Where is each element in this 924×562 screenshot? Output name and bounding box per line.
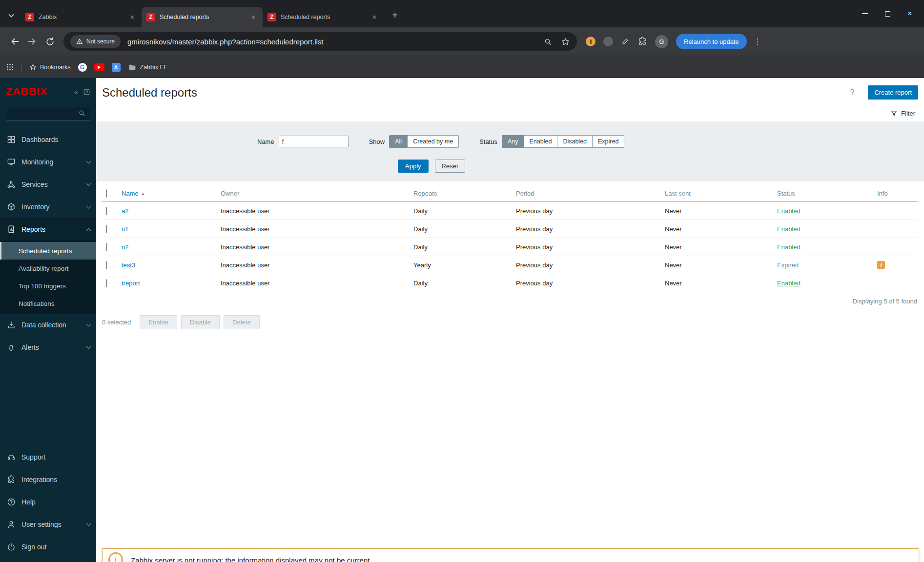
- sidebar-item-alerts[interactable]: Alerts: [0, 336, 96, 359]
- server-warning-banner: ! Zabbix server is not running: the info…: [102, 548, 919, 562]
- last-sent-cell: Never: [665, 261, 777, 269]
- search-icon: [78, 109, 86, 117]
- row-checkbox[interactable]: [106, 225, 107, 233]
- row-checkbox[interactable]: [106, 243, 107, 251]
- sidebar-item-scheduled-reports[interactable]: Scheduled reports: [0, 242, 96, 260]
- row-checkbox[interactable]: [106, 279, 107, 287]
- row-checkbox[interactable]: [106, 261, 107, 269]
- status-link[interactable]: Enabled: [777, 207, 801, 215]
- chevron-down-icon: [86, 344, 91, 349]
- bookmark-translate[interactable]: A: [112, 63, 121, 72]
- table-row: a2 Inaccessible user Daily Previous day …: [102, 202, 918, 220]
- status-expired-button[interactable]: Expired: [592, 135, 624, 148]
- status-link[interactable]: Enabled: [777, 225, 801, 233]
- sidebar-search[interactable]: [6, 106, 90, 120]
- report-name-link[interactable]: a2: [122, 207, 128, 215]
- window-minimize-button[interactable]: [854, 5, 876, 22]
- sidebar-hide-icon[interactable]: [83, 88, 90, 96]
- divider: [21, 63, 22, 72]
- sidebar-item-sign-out[interactable]: Sign out: [0, 536, 96, 558]
- sidebar-item-inventory[interactable]: Inventory: [0, 196, 96, 218]
- url-text[interactable]: gmirosnikovs/master/zabbix.php?action=sc…: [127, 38, 323, 46]
- sidebar-item-user-settings[interactable]: User settings: [0, 513, 96, 536]
- services-icon: [7, 180, 16, 189]
- filter-tab[interactable]: Filter: [901, 110, 915, 117]
- extension-icon-gray[interactable]: [603, 37, 613, 46]
- sidebar-item-top-100-triggers[interactable]: Top 100 triggers: [0, 277, 96, 295]
- report-name-link[interactable]: n1: [122, 225, 128, 233]
- new-tab-button[interactable]: +: [388, 8, 402, 22]
- status-link[interactable]: Enabled: [777, 243, 801, 251]
- bookmarks-folder[interactable]: Bookmarks: [29, 63, 71, 71]
- tab-zabbix[interactable]: Z Zabbix ×: [21, 7, 142, 27]
- reset-button[interactable]: Reset: [435, 160, 465, 173]
- sidebar-item-integrations[interactable]: Integrations: [0, 468, 96, 491]
- status-enabled-button[interactable]: Enabled: [524, 135, 558, 148]
- sidebar-item-data-collection[interactable]: Data collection: [0, 314, 96, 336]
- zoom-icon[interactable]: [544, 38, 552, 46]
- extension-icon-orange[interactable]: [586, 37, 595, 46]
- sidebar-item-label: Inventory: [21, 203, 50, 211]
- tab-scheduled-reports[interactable]: Z Scheduled reports ×: [263, 7, 384, 27]
- reload-button[interactable]: [41, 33, 59, 50]
- tab-close-icon[interactable]: ×: [370, 13, 379, 21]
- back-button[interactable]: [6, 33, 23, 50]
- period-cell: Previous day: [516, 243, 665, 251]
- sidebar-item-monitoring[interactable]: Monitoring: [0, 151, 96, 173]
- status-link[interactable]: Enabled: [777, 280, 801, 287]
- inventory-icon: [7, 202, 16, 211]
- relaunch-to-update-button[interactable]: Relaunch to update: [676, 34, 747, 49]
- forward-button[interactable]: [23, 33, 41, 50]
- help-button[interactable]: ?: [850, 88, 855, 97]
- sidebar-item-dashboards[interactable]: Dashboards: [0, 128, 96, 151]
- bookmark-google[interactable]: G: [78, 63, 87, 72]
- bookmark-star-icon[interactable]: [561, 37, 570, 46]
- sidebar-collapse-icon[interactable]: «: [74, 88, 78, 96]
- status-disabled-button[interactable]: Disabled: [557, 135, 593, 148]
- status-link[interactable]: Expired: [777, 261, 799, 269]
- bookmark-folder-zabbix-fe[interactable]: Zabbix FE: [128, 63, 168, 72]
- extensions-row: G: [586, 35, 668, 48]
- disable-button[interactable]: Disable: [181, 315, 220, 329]
- address-bar[interactable]: Not secure gmirosnikovs/master/zabbix.ph…: [63, 32, 577, 51]
- row-checkbox[interactable]: [106, 207, 107, 215]
- window-close-button[interactable]: ×: [899, 5, 921, 22]
- window-maximize-button[interactable]: [876, 5, 899, 22]
- status-any-button[interactable]: Any: [502, 135, 524, 148]
- sidebar-item-support[interactable]: Support: [0, 446, 96, 468]
- apply-button[interactable]: Apply: [398, 160, 429, 173]
- delete-button[interactable]: Delete: [224, 315, 260, 329]
- tab-close-icon[interactable]: ×: [249, 13, 258, 21]
- browser-menu-icon[interactable]: ⋮: [753, 37, 762, 47]
- select-all-checkbox[interactable]: [106, 189, 107, 198]
- zabbix-logo[interactable]: ZABBIX: [6, 85, 47, 98]
- show-created-by-me-button[interactable]: Created by me: [407, 135, 459, 148]
- report-name-link[interactable]: treport: [122, 280, 140, 287]
- sidebar-item-notifications[interactable]: Notifications: [0, 295, 96, 312]
- sidebar-item-services[interactable]: Services: [0, 173, 96, 196]
- bookmark-youtube[interactable]: [94, 63, 104, 71]
- not-secure-chip[interactable]: Not secure: [70, 35, 121, 48]
- apps-grid-icon[interactable]: [6, 63, 14, 71]
- show-all-button[interactable]: All: [389, 135, 408, 148]
- extensions-puzzle-icon[interactable]: [637, 37, 647, 46]
- submenu-label: Availability report: [19, 265, 69, 272]
- column-header-name[interactable]: Name: [122, 190, 139, 197]
- sidebar-item-availability-report[interactable]: Availability report: [0, 260, 96, 277]
- info-icon[interactable]: i: [877, 261, 885, 269]
- create-report-button[interactable]: Create report: [868, 85, 918, 100]
- tab-scheduled-reports-active[interactable]: Z Scheduled reports ×: [142, 7, 263, 27]
- pen-extension-icon[interactable]: [621, 37, 630, 46]
- sidebar-item-reports[interactable]: Reports: [0, 218, 96, 241]
- name-filter-input[interactable]: [279, 136, 349, 147]
- enable-button[interactable]: Enable: [140, 315, 177, 329]
- sidebar-item-label: User settings: [21, 521, 62, 528]
- profile-avatar[interactable]: G: [655, 35, 668, 48]
- sidebar-item-help[interactable]: Help: [0, 491, 96, 513]
- report-name-link[interactable]: n2: [122, 243, 128, 251]
- tabstrip-chevron-icon[interactable]: [4, 8, 19, 23]
- report-name-link[interactable]: test3: [122, 261, 135, 269]
- sidebar-search-input[interactable]: [10, 110, 78, 117]
- repeats-cell: Daily: [413, 280, 516, 287]
- tab-close-icon[interactable]: ×: [128, 13, 137, 21]
